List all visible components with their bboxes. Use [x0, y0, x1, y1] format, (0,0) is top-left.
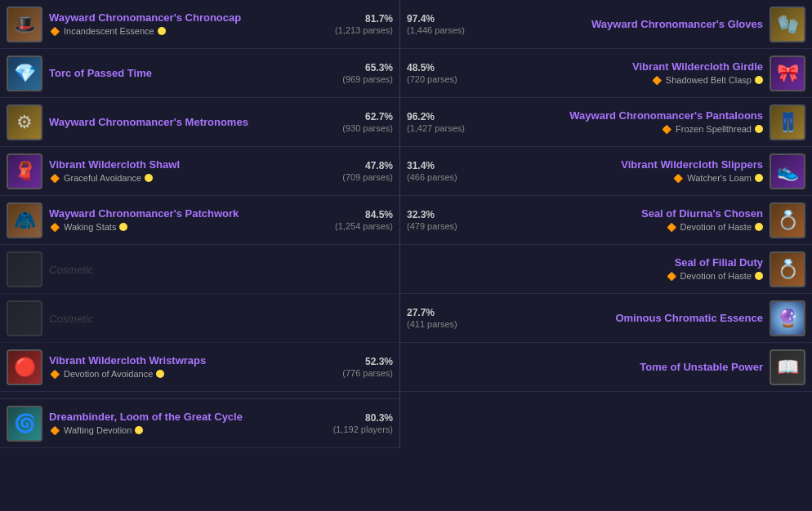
item-stats: 65.3%(969 parses) — [342, 62, 393, 85]
item-icon: 💍 — [770, 202, 805, 238]
enchant-icon: 🔶 — [49, 424, 60, 436]
item-name[interactable]: Wayward Chronomancer's Chronocap — [49, 11, 328, 24]
item-sub: 🔶Devotion of Avoidance — [49, 368, 336, 380]
list-item: 31.4%(466 parses)Vibrant Wildercloth Sli… — [400, 147, 812, 196]
item-sub: 🔶Wafting Devotion — [49, 424, 327, 436]
item-icon: ⚙ — [7, 104, 42, 140]
item-sub: 🔶Devotion of Haste — [487, 221, 763, 233]
enchant-icon: 🔶 — [49, 172, 60, 184]
item-pct: 52.3% — [342, 356, 393, 367]
item-name[interactable]: Dreambinder, Loom of the Great Cycle — [49, 411, 327, 423]
gem-icon — [158, 27, 166, 35]
item-info: Wayward Chronomancer's Gloves — [480, 18, 770, 30]
item-icon: 🧤 — [770, 7, 805, 42]
item-name[interactable]: Wayward Chronomancer's Gloves — [487, 18, 763, 30]
item-stats: 48.5%(720 parses) — [407, 62, 480, 85]
item-parses: (720 parses) — [407, 74, 457, 84]
item-icon: 🎀 — [770, 56, 805, 91]
enchant-icon: 🔶 — [49, 221, 60, 233]
item-info: Cosmetic — [42, 311, 393, 326]
item-name[interactable]: Ominous Chromatic Essence — [487, 312, 763, 324]
enchant-icon: 🔶 — [672, 172, 684, 184]
item-info: Dreambinder, Loom of the Great Cycle🔶Waf… — [42, 411, 333, 436]
gem-icon — [135, 426, 143, 434]
item-info: Seal of Diurna's Chosen🔶Devotion of Hast… — [480, 207, 770, 233]
item-sub: 🔶Devotion of Haste — [487, 270, 763, 282]
item-icon: 🔮 — [770, 300, 805, 336]
main-container: 🎩Wayward Chronomancer's Chronocap🔶Incand… — [0, 0, 812, 448]
list-item: ⚙Wayward Chronomancer's Metronomes62.7%(… — [0, 98, 399, 147]
item-name[interactable]: Vibrant Wildercloth Girdle — [487, 60, 763, 73]
item-pct: 27.7% — [407, 307, 480, 318]
item-parses: (1,446 parses) — [407, 25, 465, 35]
item-info: Cosmetic — [42, 262, 393, 277]
list-item: 27.7%(411 parses)Ominous Chromatic Essen… — [400, 294, 812, 343]
item-parses: (1,254 parses) — [335, 221, 393, 231]
list-item: Cosmetic — [0, 294, 399, 343]
gem-icon — [145, 174, 153, 182]
item-icon: 🧥 — [7, 202, 42, 238]
enchant-name: Devotion of Haste — [680, 222, 752, 232]
item-info: Ominous Chromatic Essence — [480, 312, 770, 324]
item-pct: 47.8% — [342, 160, 393, 171]
enchant-icon: 🔶 — [666, 270, 677, 282]
gem-icon — [755, 272, 763, 280]
item-name[interactable]: Vibrant Wildercloth Slippers — [487, 158, 763, 171]
item-icon: 🌀 — [7, 406, 42, 442]
enchant-name: Wafting Devotion — [64, 425, 132, 435]
item-icon — [7, 300, 42, 336]
list-item: 🔴Vibrant Wildercloth Wristwraps🔶Devotion… — [0, 343, 399, 392]
item-icon: 💍 — [770, 251, 805, 287]
item-icon: 🎩 — [7, 7, 42, 42]
enchant-icon: 🔶 — [661, 123, 672, 135]
item-info: Vibrant Wildercloth Shawl🔶Graceful Avoid… — [42, 158, 342, 184]
item-stats: 84.5%(1,254 parses) — [335, 209, 393, 232]
item-pct: 96.2% — [407, 111, 480, 122]
item-parses: (479 parses) — [407, 221, 457, 231]
item-name[interactable]: Torc of Passed Time — [49, 67, 336, 79]
enchant-name: Watcher's Loam — [687, 173, 752, 183]
item-name[interactable]: Vibrant Wildercloth Wristwraps — [49, 354, 336, 367]
item-info: Torc of Passed Time — [42, 67, 342, 79]
item-pct: 48.5% — [407, 62, 480, 73]
item-info: Wayward Chronomancer's Chronocap🔶Incande… — [42, 11, 335, 37]
item-name[interactable]: Tome of Unstable Power — [487, 361, 763, 373]
item-parses: (411 parses) — [407, 319, 457, 329]
enchant-icon: 🔶 — [49, 368, 60, 380]
enchant-name: Devotion of Avoidance — [64, 369, 153, 379]
item-info: Vibrant Wildercloth Wristwraps🔶Devotion … — [42, 354, 342, 380]
list-item: 97.4%(1,446 parses)Wayward Chronomancer'… — [400, 0, 812, 49]
item-icon: 🧣 — [7, 153, 42, 189]
item-parses: (930 parses) — [342, 123, 393, 133]
item-info: Wayward Chronomancer's Pantaloons🔶Frozen… — [480, 109, 770, 135]
item-parses: (1,192 players) — [333, 424, 393, 434]
item-info: Wayward Chronomancer's Patchwork🔶Waking … — [42, 207, 335, 233]
item-name[interactable]: Seal of Filial Duty — [487, 256, 763, 269]
list-item: 💎Torc of Passed Time65.3%(969 parses) — [0, 49, 399, 98]
list-item: 🧥Wayward Chronomancer's Patchwork🔶Waking… — [0, 196, 399, 245]
item-stats: 97.4%(1,446 parses) — [407, 13, 480, 36]
item-name[interactable]: Wayward Chronomancer's Pantaloons — [487, 109, 763, 122]
weapon-header — [0, 392, 399, 399]
item-sub: 🔶Watcher's Loam — [487, 172, 763, 184]
item-pct: 81.7% — [335, 13, 393, 24]
item-sub: 🔶Graceful Avoidance — [49, 172, 336, 184]
enchant-name: Waking Stats — [64, 222, 116, 232]
item-name[interactable]: Wayward Chronomancer's Metronomes — [49, 116, 336, 128]
item-pct: 80.3% — [333, 412, 393, 424]
item-name[interactable]: Wayward Chronomancer's Patchwork — [49, 207, 328, 220]
enchant-name: Graceful Avoidance — [64, 173, 141, 183]
enchant-name: Devotion of Haste — [680, 271, 752, 281]
item-pct: 62.7% — [342, 111, 393, 122]
item-info: Vibrant Wildercloth Girdle🔶Shadowed Belt… — [480, 60, 770, 86]
item-sub: 🔶Frozen Spellthread — [487, 123, 763, 135]
left-panel: 🎩Wayward Chronomancer's Chronocap🔶Incand… — [0, 0, 400, 448]
item-stats: 47.8%(709 parses) — [342, 160, 393, 183]
item-stats: 32.3%(479 parses) — [407, 209, 480, 232]
item-name[interactable]: Seal of Diurna's Chosen — [487, 207, 763, 220]
item-parses: (709 parses) — [342, 172, 393, 182]
gem-icon — [755, 223, 763, 231]
list-item: 32.3%(479 parses)Seal of Diurna's Chosen… — [400, 196, 812, 245]
item-sub: 🔶Waking Stats — [49, 221, 328, 233]
item-name[interactable]: Vibrant Wildercloth Shawl — [49, 158, 336, 171]
